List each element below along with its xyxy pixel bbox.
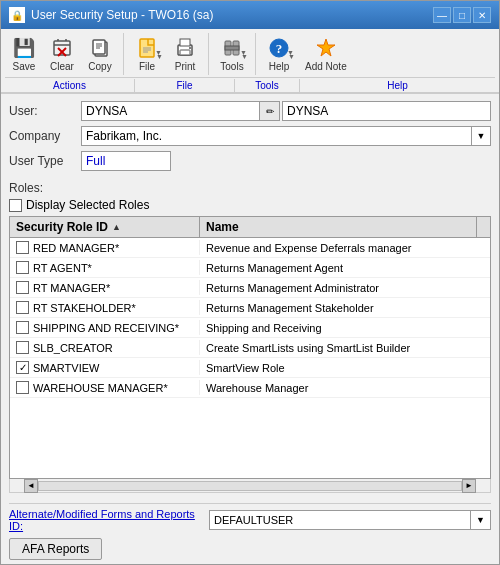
- row-name-cell: Warehouse Manager: [200, 381, 490, 395]
- user-edit-button[interactable]: ✏: [260, 101, 280, 121]
- help-label: Help: [269, 61, 290, 72]
- save-label: Save: [13, 61, 36, 72]
- maximize-button[interactable]: □: [453, 7, 471, 23]
- table-row[interactable]: ✓SMARTVIEWSmartView Role: [10, 358, 490, 378]
- alt-forms-dropdown-button[interactable]: ▼: [471, 510, 491, 530]
- row-checkbox-cell: RT MANAGER*: [10, 280, 200, 295]
- row-name-cell: Create SmartLists using SmartList Builde…: [200, 341, 490, 355]
- alt-forms-link[interactable]: Alternate/Modified Forms and Reports ID:: [9, 508, 209, 532]
- col-header-name: Name: [200, 217, 476, 237]
- row-id-text: RT AGENT*: [33, 262, 92, 274]
- clear-icon: [50, 36, 74, 60]
- row-checkbox[interactable]: ✓: [16, 361, 29, 374]
- table-row[interactable]: WAREHOUSE MANAGER*Warehouse Manager: [10, 378, 490, 398]
- user-inputs: ✏: [81, 101, 491, 121]
- addnote-button[interactable]: Add Note: [298, 33, 354, 75]
- row-checkbox[interactable]: [16, 261, 29, 274]
- usertype-input[interactable]: [81, 151, 171, 171]
- copy-icon: [88, 36, 112, 60]
- form-area: User: ✏ Company ▼ User Type: [1, 94, 499, 181]
- svg-marker-24: [317, 39, 335, 56]
- actions-label: Actions: [5, 79, 135, 92]
- roles-table: Security Role ID ▲ Name RED MANAGER*Reve…: [9, 216, 491, 479]
- user-input2[interactable]: [282, 101, 491, 121]
- company-dropdown-button[interactable]: ▼: [471, 126, 491, 146]
- tools-button[interactable]: Tools ▼: [213, 33, 251, 75]
- table-row[interactable]: SLB_CREATORCreate SmartLists using Smart…: [10, 338, 490, 358]
- user-input1[interactable]: [81, 101, 260, 121]
- window-controls: — □ ✕: [433, 7, 491, 23]
- company-input[interactable]: [81, 126, 471, 146]
- col-header-security-id: Security Role ID ▲: [10, 217, 200, 237]
- row-id-text: RT STAKEHOLDER*: [33, 302, 136, 314]
- display-selected-checkbox[interactable]: [9, 199, 22, 212]
- copy-button[interactable]: Copy: [81, 33, 119, 75]
- toolbar-section-labels: Actions File Tools Help: [5, 77, 495, 92]
- row-checkbox[interactable]: [16, 241, 29, 254]
- row-checkbox[interactable]: [16, 281, 29, 294]
- bottom-separator: [9, 503, 491, 504]
- help-button[interactable]: ? Help ▼: [260, 33, 298, 75]
- hscroll-left-button[interactable]: ◄: [24, 479, 38, 493]
- clear-label: Clear: [50, 61, 74, 72]
- table-row[interactable]: SHIPPING AND RECEIVING*Shipping and Rece…: [10, 318, 490, 338]
- table-row[interactable]: RT MANAGER*Returns Management Administra…: [10, 278, 490, 298]
- svg-text:?: ?: [276, 41, 283, 56]
- row-name-cell: Shipping and Receiving: [200, 321, 490, 335]
- help-section-label: Help: [300, 79, 495, 92]
- row-id-text: SLB_CREATOR: [33, 342, 113, 354]
- tools-dropdown-arrow: ▼: [241, 53, 248, 60]
- row-name-cell: Returns Management Agent: [200, 261, 490, 275]
- minimize-button[interactable]: —: [433, 7, 451, 23]
- row-name-cell: Returns Management Administrator: [200, 281, 490, 295]
- save-button[interactable]: 💾 Save: [5, 33, 43, 75]
- user-input1-wrap: ✏: [81, 101, 280, 121]
- afa-reports-button[interactable]: AFA Reports: [9, 538, 102, 560]
- table-row[interactable]: RED MANAGER*Revenue and Expense Deferral…: [10, 238, 490, 258]
- print-icon: [173, 36, 197, 60]
- file-button[interactable]: File ▼: [128, 33, 166, 75]
- company-row: Company ▼: [9, 125, 491, 147]
- alt-forms-input[interactable]: [209, 510, 471, 530]
- row-id-text: SHIPPING AND RECEIVING*: [33, 322, 179, 334]
- toolbar: 💾 Save Clear: [1, 29, 499, 93]
- user-row: User: ✏: [9, 100, 491, 122]
- svg-rect-17: [180, 50, 190, 55]
- file-group: File ▼ Print: [128, 33, 209, 75]
- alt-forms-row: Alternate/Modified Forms and Reports ID:…: [9, 508, 491, 532]
- close-button[interactable]: ✕: [473, 7, 491, 23]
- roles-table-scroll[interactable]: RED MANAGER*Revenue and Expense Deferral…: [10, 238, 490, 478]
- addnote-icon: [314, 36, 338, 60]
- afa-reports-row: AFA Reports: [9, 538, 491, 560]
- toolbar-buttons: 💾 Save Clear: [5, 33, 495, 75]
- row-checkbox[interactable]: [16, 301, 29, 314]
- clear-button[interactable]: Clear: [43, 33, 81, 75]
- sort-arrow-icon: ▲: [112, 222, 121, 232]
- user-label: User:: [9, 104, 81, 118]
- display-selected-checkbox-label[interactable]: Display Selected Roles: [9, 198, 149, 212]
- row-checkbox[interactable]: [16, 381, 29, 394]
- svg-point-18: [189, 47, 191, 49]
- row-id-text: RT MANAGER*: [33, 282, 110, 294]
- table-row[interactable]: RT STAKEHOLDER*Returns Management Stakeh…: [10, 298, 490, 318]
- title-bar-left: 🔒 User Security Setup - TWO16 (sa): [9, 7, 214, 23]
- svg-rect-21: [225, 46, 239, 50]
- hscroll-right-button[interactable]: ►: [462, 479, 476, 493]
- title-bar: 🔒 User Security Setup - TWO16 (sa) — □ ✕: [1, 1, 499, 29]
- usertype-label: User Type: [9, 154, 81, 168]
- file-label: File: [139, 61, 155, 72]
- roles-label: Roles:: [9, 181, 491, 195]
- row-id-text: RED MANAGER*: [33, 242, 119, 254]
- file-section-label: File: [135, 79, 235, 92]
- row-checkbox-cell: RT AGENT*: [10, 260, 200, 275]
- copy-label: Copy: [88, 61, 111, 72]
- print-button[interactable]: Print: [166, 33, 204, 75]
- row-checkbox-cell: SHIPPING AND RECEIVING*: [10, 320, 200, 335]
- company-label: Company: [9, 129, 81, 143]
- row-checkbox[interactable]: [16, 341, 29, 354]
- row-checkbox[interactable]: [16, 321, 29, 334]
- actions-group: 💾 Save Clear: [5, 33, 124, 75]
- table-row[interactable]: RT AGENT*Returns Management Agent: [10, 258, 490, 278]
- help-dropdown-arrow: ▼: [288, 53, 295, 60]
- row-checkbox-cell: ✓SMARTVIEW: [10, 360, 200, 375]
